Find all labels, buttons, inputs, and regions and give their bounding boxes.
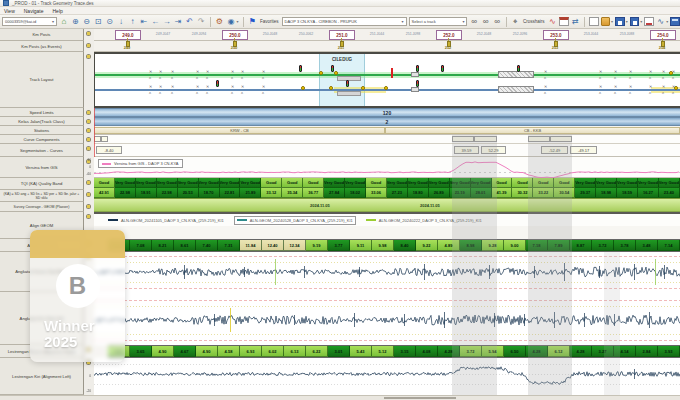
angkatan-value-cell: 8.40 [394,240,416,251]
sidebar-row-speed-limits[interactable]: Speed Limits [0,108,84,117]
watermark-gold-banner [30,230,125,258]
redo-icon[interactable]: ↷ [196,17,205,27]
level-crossing-mark: ✕ [241,70,244,74]
tqi-band-cell: Very Good [220,178,241,188]
row-settings-icon[interactable] [86,180,91,185]
refresh-icon[interactable]: ⇄ [571,17,580,27]
level-crossing-mark: ✕ [171,85,174,89]
row-settings-icon[interactable] [86,110,91,115]
row-settings-icon[interactable] [86,54,91,59]
km-post-minor-label: 251.J098 [400,32,426,36]
alignment-right-band: 4.233.654.904.674.904.586.936.026.136.22… [108,345,680,358]
fit-view-icon[interactable]: ⌂ [59,17,68,27]
zoom-in-icon[interactable]: ⊕ [71,17,80,27]
go-prev-icon[interactable]: ← [151,17,160,27]
chevron-down-icon[interactable]: ▾ [666,19,668,24]
sidebar-row-tqi-formula[interactable]: (KA) = SD ang + SD lis + SD per + SD lbr… [0,190,84,202]
vehicle-icon[interactable]: ⚙ [215,17,224,27]
level-crossing-mark: ✕ [171,70,174,74]
level-crossing-mark: ✕ [614,85,617,89]
account-combo[interactable]: 00003359@kai.id▾ [2,17,57,26]
chevron-down-icon[interactable]: ▾ [237,19,239,24]
legend-line-swatch [108,219,118,221]
axis-tick-label: -20 [86,389,91,394]
row-settings-icon[interactable] [86,31,91,36]
row-settings-icon[interactable] [86,43,91,48]
row-settings-icon[interactable] [86,128,91,133]
undo-icon[interactable]: ↶ [185,17,194,27]
signal-icon [216,80,219,87]
go-first-icon[interactable]: ⇤ [139,17,148,27]
chevron-down-icon[interactable]: ▾ [626,19,628,24]
horizontal-scrollbar-thumb[interactable] [384,397,456,399]
zoom-window-icon[interactable]: ⊡ [93,17,102,27]
favorites-flag-icon[interactable]: ⚑ [248,17,257,27]
sidebar-row-versina-gis[interactable]: Versina from GIS600-60 [0,157,84,178]
row-settings-icon[interactable] [86,192,91,197]
speed-limit-value: 120 [383,110,391,116]
route-combo[interactable]: DAOP 3 CN-KYA - CIREBON - PRUPUK▾ [282,17,407,26]
sidebar-row-alignment-left[interactable]: Lestrengan Kiri (Alignment Left)200-20 [0,358,84,395]
menu-item-view[interactable]: View [4,8,15,14]
open-folder-icon[interactable] [601,17,611,26]
crosshairs-icon[interactable]: ⌖ [511,17,520,27]
zoom-previous-icon[interactable]: ⊙ [105,17,114,27]
row-settings-icon[interactable] [86,204,91,209]
save-as-icon[interactable] [630,17,640,26]
row-settings-icon[interactable] [86,119,91,124]
station-segment[interactable]: KRW - CB [94,127,385,134]
menu-item-help[interactable]: Help [52,8,62,14]
alignment-value-cell: 4.58 [218,346,240,357]
go-next-icon[interactable]: → [162,17,171,27]
toolbar: 00003359@kai.id▾⌂⊕⊖⊡⊙↓↑⇤←→⇥↶↷⚙◉▾⚑Favorit… [0,15,680,29]
level-crossing-mark: ✕ [196,70,199,74]
zoom-out-icon[interactable]: ⊖ [82,17,91,27]
pan-up-icon[interactable]: ↑ [128,17,137,27]
save-icon[interactable] [615,17,625,26]
calendar-icon[interactable] [559,17,569,26]
sidebar-row-stations[interactable]: Stations [0,126,84,135]
row-settings-icon[interactable] [86,137,91,142]
trend-icon[interactable]: ∿ [656,17,665,27]
row-settings-icon[interactable] [86,214,91,219]
sidebar-row-km-posts-events[interactable]: Km Posts (as Events) [0,41,84,52]
alignment-value-cell: 6.93 [240,346,262,357]
tqi-value-cell: 20.53 [178,188,199,198]
alignment-value-cell: 4.28 [570,346,592,357]
level-crossing-mark: ✕ [599,85,602,89]
sidebar-row-coverage[interactable]: Survey Coverage - GEOM (Plasser) [0,202,84,212]
curve-chart-icon[interactable]: ∿ [548,17,557,27]
mini-axis-labels: 200-20 [83,359,92,394]
sidebar-row-label: TQI (KA) Quality Band [21,181,63,186]
menu-item-navigate[interactable]: Navigate [24,8,44,14]
tqi-band-cell: Very Good [178,178,199,188]
locate-icon[interactable]: ◉ [226,17,235,27]
sidebar-row-km-posts[interactable]: Km Posts [0,29,84,41]
go-last-icon[interactable]: ⇥ [173,17,182,27]
sidebar-row-segmentation-curves[interactable]: Segmentation - Curves [0,144,84,157]
chevron-down-icon[interactable]: ▾ [640,19,642,24]
row-settings-icon[interactable] [86,146,91,151]
sidebar-row-label: Kelas Jalan(Track Class) [18,119,64,124]
sidebar-row-curve-components[interactable]: Curve Components [0,135,84,144]
bridge-lower [498,86,534,93]
stations-bar: KRW - CB CB - KKB [94,126,680,135]
tqi-band-cell: Very Good [596,178,617,188]
station-segment[interactable]: CB - KKB [385,127,680,134]
find-right-icon[interactable]: ∞ [492,17,501,27]
sidebar-row-track-class[interactable]: Kelas Jalan(Track Class) [0,117,84,126]
new-report-icon[interactable] [589,17,599,26]
chevron-down-icon[interactable]: ▾ [611,19,613,24]
find-icon[interactable]: ∞ [469,17,478,27]
tqi-value-cell: 16.27 [638,188,659,198]
level-crossing-mark: ✕ [662,70,665,74]
sidebar-row-track-layout[interactable]: Track Layout [0,52,84,108]
sidebar-row-tqi-band[interactable]: TQI (KA) Quality Band [0,178,84,190]
pan-down-icon[interactable]: ↓ [116,17,125,27]
app-window-icon[interactable] [670,17,680,26]
export-chart-icon[interactable] [644,17,654,26]
station-name: CILEDUG [320,57,364,62]
track-combo-value: Select a track [412,19,436,24]
find-left-icon[interactable]: ∞ [481,17,490,27]
track-combo[interactable]: Select a track▾ [409,17,468,26]
